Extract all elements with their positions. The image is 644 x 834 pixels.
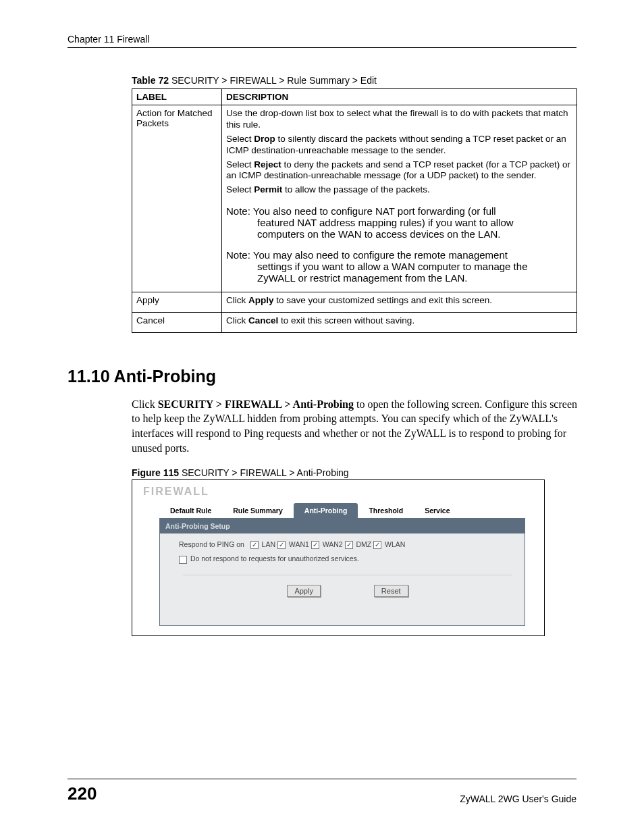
running-head: Chapter 11 Firewall (68, 34, 576, 48)
note: Note: You also need to configure NAT por… (226, 205, 572, 240)
cb-label: WLAN (385, 540, 405, 548)
caption-rest: SECURITY > FIREWALL > Rule Summary > Edi… (169, 75, 377, 86)
table-row: Apply Click Apply to save your customize… (132, 292, 577, 313)
section-paragraph: Click SECURITY > FIREWALL > Anti-Probing… (132, 397, 577, 455)
tab-default-rule[interactable]: Default Rule (159, 503, 222, 518)
button-row: Apply Reset (179, 585, 516, 605)
panel-title: Anti-Probing Setup (160, 519, 525, 533)
cell-desc: Use the drop-down list box to select wha… (222, 105, 577, 292)
desc-line: Select Drop to silently discard the pack… (226, 134, 572, 157)
footer: 220 ZyWALL 2WG User's Guide (68, 779, 576, 804)
table-header-row: LABEL DESCRIPTION (132, 89, 577, 105)
figure-115-caption: Figure 115 SECURITY > FIREWALL > Anti-Pr… (132, 467, 576, 478)
cb-label: DMZ (356, 540, 371, 548)
app-title: FIREWALL (143, 486, 537, 498)
panel-body: Respond to PING on LAN WAN1 WAN2 DMZ WLA… (160, 533, 525, 625)
guide-name: ZyWALL 2WG User's Guide (460, 793, 576, 804)
table-row: Cancel Click Cancel to exit this screen … (132, 313, 577, 333)
cell-label: Cancel (132, 313, 222, 333)
checkbox-wan1[interactable] (277, 541, 286, 549)
checkbox-unauth[interactable] (179, 556, 187, 564)
reset-button[interactable]: Reset (374, 585, 408, 597)
table-row: Action for Matched Packets Use the drop-… (132, 105, 577, 292)
section-heading: 11.10 Anti-Probing (68, 367, 576, 386)
unauth-row: Do not respond to requests for unauthori… (179, 554, 516, 563)
tab-rule-summary[interactable]: Rule Summary (222, 503, 294, 518)
table-72: LABEL DESCRIPTION Action for Matched Pac… (132, 88, 577, 333)
caption-bold: Table 72 (132, 75, 169, 86)
checkbox-lan[interactable] (250, 541, 259, 549)
checkbox-wlan[interactable] (373, 541, 381, 549)
apply-button[interactable]: Apply (287, 585, 321, 597)
desc-line: Use the drop-down list box to select wha… (226, 108, 572, 131)
note: Note: You may also need to configure the… (226, 249, 572, 284)
ping-label: Respond to PING on (179, 540, 244, 548)
desc-line: Click Apply to save your customized sett… (226, 295, 572, 307)
cell-label: Apply (132, 292, 222, 313)
tab-bar: Default Rule Rule Summary Anti-Probing T… (159, 503, 537, 518)
tab-threshold[interactable]: Threshold (358, 503, 414, 518)
tab-anti-probing[interactable]: Anti-Probing (294, 503, 358, 518)
panel: Anti-Probing Setup Respond to PING on LA… (159, 518, 525, 625)
desc-line: Select Reject to deny the packets and se… (226, 159, 572, 182)
figure-115-screenshot: FIREWALL Default Rule Rule Summary Anti-… (132, 479, 545, 635)
desc-line: Click Cancel to exit this screen without… (226, 315, 572, 327)
cb-label: WAN2 (323, 540, 343, 548)
th-label: LABEL (132, 89, 222, 105)
desc-line: Select Permit to allow the passage of th… (226, 184, 572, 196)
table-72-caption: Table 72 SECURITY > FIREWALL > Rule Summ… (132, 75, 576, 86)
checkbox-dmz[interactable] (345, 541, 353, 549)
cell-label: Action for Matched Packets (132, 105, 222, 292)
cell-desc: Click Cancel to exit this screen without… (222, 313, 577, 333)
cb-label: WAN1 (289, 540, 309, 548)
page-number: 220 (68, 783, 97, 804)
cb-label: LAN (262, 540, 275, 548)
ping-row: Respond to PING on LAN WAN1 WAN2 DMZ WLA… (179, 540, 516, 549)
divider (183, 575, 512, 575)
checkbox-wan2[interactable] (311, 541, 319, 549)
tab-service[interactable]: Service (414, 503, 460, 518)
unauth-label: Do not respond to requests for unauthori… (190, 554, 359, 563)
cell-desc: Click Apply to save your customized sett… (222, 292, 577, 313)
th-description: DESCRIPTION (222, 89, 577, 105)
